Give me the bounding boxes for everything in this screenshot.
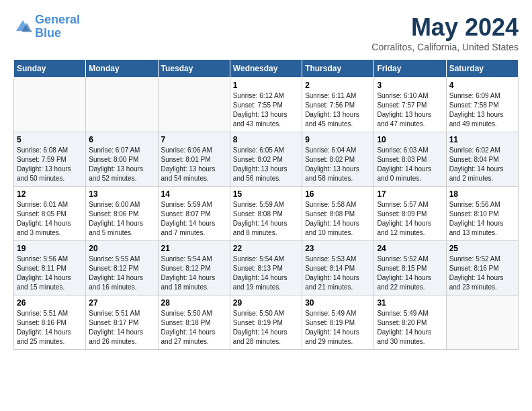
logo-icon [13,17,32,36]
day-info: Sunrise: 6:04 AMSunset: 8:02 PMDaylight:… [305,146,371,183]
calendar-cell: 25Sunrise: 5:52 AMSunset: 8:16 PMDayligh… [446,241,518,295]
month-title: May 2024 [371,13,519,42]
calendar-cell [14,78,86,132]
calendar-cell: 5Sunrise: 6:08 AMSunset: 7:59 PMDaylight… [14,132,86,187]
calendar-cell: 20Sunrise: 5:55 AMSunset: 8:12 PMDayligh… [86,241,158,295]
day-info: Sunrise: 5:49 AMSunset: 8:20 PMDaylight:… [377,309,443,347]
calendar-cell: 12Sunrise: 6:01 AMSunset: 8:05 PMDayligh… [14,187,86,241]
logo-text: General Blue [35,13,80,40]
calendar-cell: 24Sunrise: 5:52 AMSunset: 8:15 PMDayligh… [374,241,446,295]
calendar-cell: 13Sunrise: 6:00 AMSunset: 8:06 PMDayligh… [86,187,158,241]
calendar-table: SundayMondayTuesdayWednesdayThursdayFrid… [13,59,519,350]
day-info: Sunrise: 6:12 AMSunset: 7:55 PMDaylight:… [233,91,299,129]
day-number: 25 [449,244,515,253]
day-number: 7 [161,135,227,144]
weekday-header-wednesday: Wednesday [230,60,302,78]
day-number: 20 [89,244,154,253]
day-info: Sunrise: 6:01 AMSunset: 8:05 PMDaylight:… [17,200,83,238]
calendar-cell: 30Sunrise: 5:49 AMSunset: 8:19 PMDayligh… [302,295,374,350]
calendar-cell: 27Sunrise: 5:51 AMSunset: 8:17 PMDayligh… [86,295,158,350]
calendar-cell: 29Sunrise: 5:50 AMSunset: 8:19 PMDayligh… [230,295,302,350]
calendar-cell: 10Sunrise: 6:03 AMSunset: 8:03 PMDayligh… [374,132,446,187]
day-info: Sunrise: 6:08 AMSunset: 7:59 PMDaylight:… [17,146,83,183]
day-number: 29 [233,298,299,308]
calendar-cell [158,78,230,132]
day-number: 13 [89,189,154,199]
calendar-cell: 23Sunrise: 5:53 AMSunset: 8:14 PMDayligh… [302,241,374,295]
day-info: Sunrise: 6:11 AMSunset: 7:56 PMDaylight:… [305,91,371,129]
day-info: Sunrise: 5:53 AMSunset: 8:14 PMDaylight:… [305,255,371,292]
day-info: Sunrise: 6:00 AMSunset: 8:06 PMDaylight:… [89,200,154,238]
calendar-cell: 2Sunrise: 6:11 AMSunset: 7:56 PMDaylight… [302,78,374,132]
calendar-cell: 16Sunrise: 5:58 AMSunset: 8:08 PMDayligh… [302,187,374,241]
day-number: 14 [161,189,227,199]
title-block: May 2024 Corralitos, California, United … [371,13,519,52]
calendar-cell: 15Sunrise: 5:59 AMSunset: 8:08 PMDayligh… [230,187,302,241]
day-number: 5 [17,135,83,144]
calendar-cell: 8Sunrise: 6:05 AMSunset: 8:02 PMDaylight… [230,132,302,187]
calendar-cell: 31Sunrise: 5:49 AMSunset: 8:20 PMDayligh… [374,295,446,350]
day-number: 3 [377,81,443,90]
day-number: 30 [305,298,371,308]
calendar-cell: 17Sunrise: 5:57 AMSunset: 8:09 PMDayligh… [374,187,446,241]
day-number: 10 [377,135,443,144]
calendar-cell: 6Sunrise: 6:07 AMSunset: 8:00 PMDaylight… [86,132,158,187]
calendar-cell: 21Sunrise: 5:54 AMSunset: 8:12 PMDayligh… [158,241,230,295]
day-info: Sunrise: 5:52 AMSunset: 8:15 PMDaylight:… [377,255,443,292]
day-info: Sunrise: 6:06 AMSunset: 8:01 PMDaylight:… [161,146,227,183]
day-number: 24 [377,244,443,253]
day-info: Sunrise: 6:09 AMSunset: 7:58 PMDaylight:… [449,91,515,129]
calendar-cell [86,78,158,132]
day-info: Sunrise: 6:07 AMSunset: 8:00 PMDaylight:… [89,146,154,183]
day-info: Sunrise: 5:50 AMSunset: 8:18 PMDaylight:… [161,309,227,347]
weekday-header-row: SundayMondayTuesdayWednesdayThursdayFrid… [14,60,519,78]
week-row-2: 5Sunrise: 6:08 AMSunset: 7:59 PMDaylight… [14,132,519,187]
day-info: Sunrise: 5:57 AMSunset: 8:09 PMDaylight:… [377,200,443,238]
day-number: 31 [377,298,443,308]
day-info: Sunrise: 5:58 AMSunset: 8:08 PMDaylight:… [305,200,371,238]
calendar-cell: 1Sunrise: 6:12 AMSunset: 7:55 PMDaylight… [230,78,302,132]
calendar-cell: 19Sunrise: 5:56 AMSunset: 8:11 PMDayligh… [14,241,86,295]
day-number: 27 [89,298,154,308]
day-number: 28 [161,298,227,308]
day-number: 17 [377,189,443,199]
location: Corralitos, California, United States [371,42,519,52]
week-row-3: 12Sunrise: 6:01 AMSunset: 8:05 PMDayligh… [14,187,519,241]
day-number: 21 [161,244,227,253]
day-info: Sunrise: 5:55 AMSunset: 8:12 PMDaylight:… [89,255,154,292]
day-number: 6 [89,135,154,144]
day-number: 8 [233,135,299,144]
day-info: Sunrise: 5:50 AMSunset: 8:19 PMDaylight:… [233,309,299,347]
day-info: Sunrise: 5:56 AMSunset: 8:10 PMDaylight:… [449,200,515,238]
day-info: Sunrise: 5:54 AMSunset: 8:12 PMDaylight:… [161,255,227,292]
calendar-cell: 18Sunrise: 5:56 AMSunset: 8:10 PMDayligh… [446,187,518,241]
day-number: 16 [305,189,371,199]
day-info: Sunrise: 5:49 AMSunset: 8:19 PMDaylight:… [305,309,371,347]
logo: General Blue [13,13,80,40]
day-info: Sunrise: 5:59 AMSunset: 8:08 PMDaylight:… [233,200,299,238]
day-info: Sunrise: 5:59 AMSunset: 8:07 PMDaylight:… [161,200,227,238]
calendar-cell: 7Sunrise: 6:06 AMSunset: 8:01 PMDaylight… [158,132,230,187]
calendar-cell: 4Sunrise: 6:09 AMSunset: 7:58 PMDaylight… [446,78,518,132]
day-number: 26 [17,298,83,308]
day-number: 11 [449,135,515,144]
calendar-cell: 14Sunrise: 5:59 AMSunset: 8:07 PMDayligh… [158,187,230,241]
weekday-header-tuesday: Tuesday [158,60,230,78]
day-number: 18 [449,189,515,199]
weekday-header-saturday: Saturday [446,60,518,78]
page-header: General Blue May 2024 Corralitos, Califo… [13,13,519,52]
week-row-5: 26Sunrise: 5:51 AMSunset: 8:16 PMDayligh… [14,295,519,350]
day-info: Sunrise: 5:51 AMSunset: 8:17 PMDaylight:… [89,309,154,347]
day-info: Sunrise: 6:03 AMSunset: 8:03 PMDaylight:… [377,146,443,183]
day-info: Sunrise: 6:05 AMSunset: 8:02 PMDaylight:… [233,146,299,183]
day-number: 12 [17,189,83,199]
day-info: Sunrise: 5:51 AMSunset: 8:16 PMDaylight:… [17,309,83,347]
day-info: Sunrise: 5:56 AMSunset: 8:11 PMDaylight:… [17,255,83,292]
day-info: Sunrise: 5:54 AMSunset: 8:13 PMDaylight:… [233,255,299,292]
day-number: 19 [17,244,83,253]
day-number: 22 [233,244,299,253]
calendar-cell: 28Sunrise: 5:50 AMSunset: 8:18 PMDayligh… [158,295,230,350]
calendar-cell: 9Sunrise: 6:04 AMSunset: 8:02 PMDaylight… [302,132,374,187]
day-number: 9 [305,135,371,144]
day-info: Sunrise: 6:10 AMSunset: 7:57 PMDaylight:… [377,91,443,129]
